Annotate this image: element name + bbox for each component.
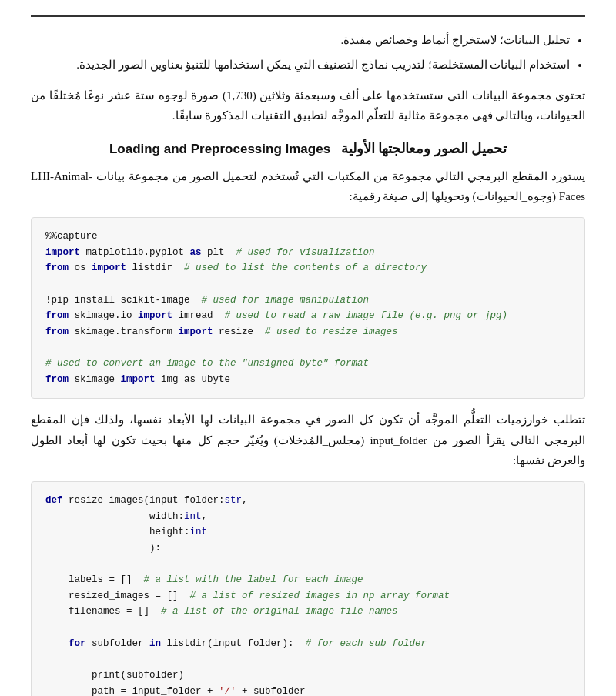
top-border [31,15,585,17]
body-paragraph: يستورد المقطع البرمجي التالي مجموعة من ا… [31,166,585,207]
section-heading-arabic: تحميل الصور ومعالجتها الأولية [341,141,507,156]
intro-paragraph: تحتوي مجموعة البيانات التي ستستخدمها على… [31,85,585,126]
code-block-imports: %%capture import matplotlib.pyplot as pl… [31,217,585,399]
bullet-list: تحليل البيانات؛ لاستخراج أنماط وخصائص مف… [31,31,585,75]
section-heading: تحميل الصور ومعالجتها الأولية Loading an… [31,140,585,157]
bullet-item-1: تحليل البيانات؛ لاستخراج أنماط وخصائص مف… [31,31,570,51]
section-heading-english: Loading and Preprocessing Images [109,142,330,156]
capture-line: %%capture [45,231,98,242]
mid-paragraph: تتطلب خوارزميات التعلُّم الموجَّه أن تكو… [31,410,585,470]
bullet-item-2: استخدام البيانات المستخلصة؛ لتدريب نماذج… [31,55,570,75]
code-block-resize: def resize_images(input_folder:str, widt… [31,481,585,696]
